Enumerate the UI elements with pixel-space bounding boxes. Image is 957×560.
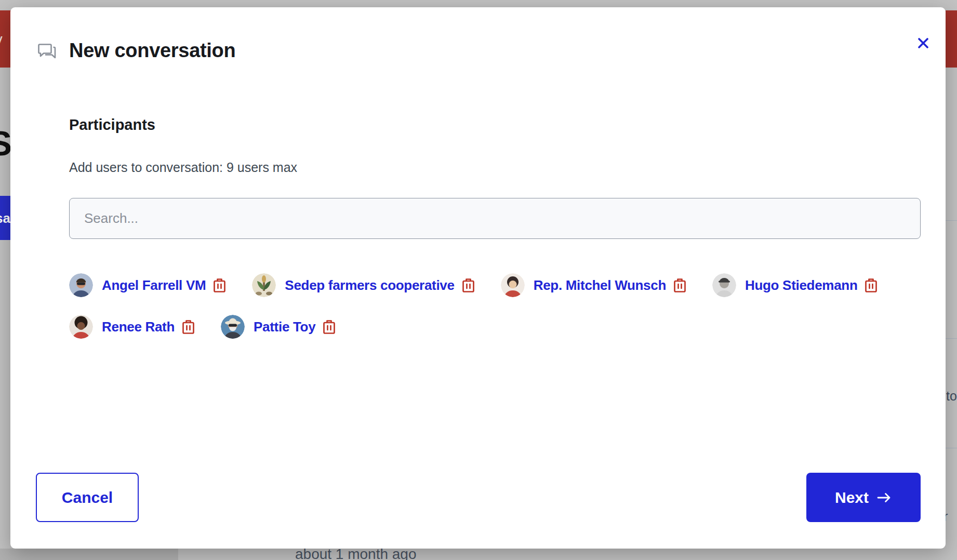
participant-name-link[interactable]: Sedep farmers cooperative [285, 277, 454, 294]
trash-icon[interactable] [213, 278, 226, 293]
participant-avatar [501, 273, 525, 297]
next-button[interactable]: Next [806, 473, 921, 522]
participants-heading: Participants [69, 116, 155, 134]
background-table-divider [946, 448, 957, 448]
background-table-divider [946, 220, 957, 221]
background-navbar-text: nv [0, 31, 3, 48]
close-button[interactable] [911, 31, 935, 55]
participant-item: Sedep farmers cooperative [252, 273, 474, 297]
background-navbar-fragment-right [946, 10, 957, 68]
participant-item: Rep. Mitchel Wunsch [501, 273, 686, 297]
chat-bubbles-icon [36, 41, 58, 62]
participants-helper-text: Add users to conversation: 9 users max [69, 160, 297, 175]
participant-item: Renee Rath [69, 315, 195, 339]
participant-item: Angel Farrell VM [69, 273, 226, 297]
cancel-button[interactable]: Cancel [36, 473, 139, 522]
background-table-divider [946, 338, 957, 339]
next-button-label: Next [835, 489, 869, 506]
participant-item: Pattie Toy [221, 315, 336, 339]
participant-avatar [252, 273, 276, 297]
trash-icon[interactable] [673, 278, 686, 293]
trash-icon[interactable] [462, 278, 475, 293]
arrow-right-icon [876, 491, 892, 504]
participant-name-link[interactable]: Pattie Toy [254, 319, 315, 335]
background-text-fragment: to [946, 389, 957, 404]
participant-name-link[interactable]: Rep. Mitchel Wunsch [534, 277, 666, 294]
trash-icon[interactable] [182, 319, 195, 335]
trash-icon[interactable] [865, 278, 878, 293]
participant-name-link[interactable]: Hugo Stiedemann [745, 277, 858, 294]
trash-icon[interactable] [323, 319, 336, 335]
participants-list: Angel Farrell VM Sedep farmers cooperati… [69, 273, 942, 339]
participant-name-link[interactable]: Angel Farrell VM [102, 277, 206, 294]
close-icon [915, 35, 931, 51]
search-input[interactable] [69, 198, 921, 239]
participant-item: Hugo Stiedemann [712, 273, 878, 297]
participant-avatar [69, 315, 93, 339]
participant-avatar [221, 315, 245, 339]
participant-avatar [69, 273, 93, 297]
participant-avatar [712, 273, 736, 297]
background-panel-fragment [0, 549, 178, 560]
participant-name-link[interactable]: Renee Rath [102, 319, 175, 335]
background-sidebar-item-text: sa [0, 210, 10, 226]
modal-title: New conversation [69, 39, 235, 62]
new-conversation-modal: New conversation Participants Add users … [10, 7, 946, 549]
